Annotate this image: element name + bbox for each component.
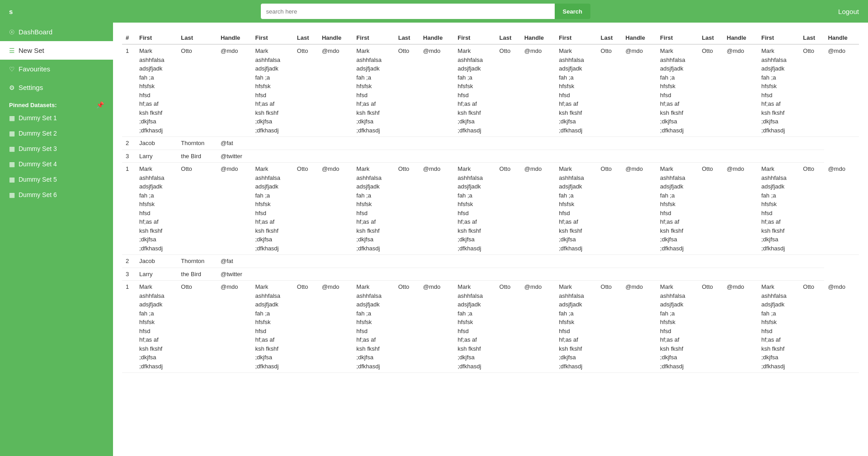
col-header-handle-1: Handle <box>217 32 251 44</box>
cell-first: Jacob <box>136 255 177 268</box>
sidebar-item-dashboard[interactable]: ☉ DashBoard <box>0 23 113 41</box>
cell-first-6: Mark ashhfalsa adsjfjadk fah ;a hfsfsk h… <box>758 44 799 137</box>
sidebar-item-dummyset2[interactable]: ▦ Dummy Set 2 <box>0 126 113 141</box>
search-button[interactable]: Search <box>555 4 590 19</box>
cell-last-3: Otto <box>496 281 521 373</box>
cell-handle-2: @mdo <box>420 163 454 255</box>
col-header-last-1: Last <box>177 32 217 44</box>
col-header-last-3: Last <box>395 32 420 44</box>
table-icon-4: ▦ <box>9 160 15 168</box>
col-header-first-6: First <box>656 32 698 44</box>
table-row: 2JacobThornton@fat <box>122 255 859 268</box>
sidebar-item-settings[interactable]: ⚙ Settings <box>0 78 113 97</box>
dummyset3-label: Dummy Set 3 <box>19 145 57 152</box>
cell-handle-6: @mdo <box>824 163 859 255</box>
cell-last-4: Otto <box>597 281 622 373</box>
cell-handle-4: @mdo <box>622 163 656 255</box>
cell-first-4: Mark ashhfalsa adsjfjadk fah ;a hfsfsk h… <box>555 44 597 137</box>
pinned-header: Pinned Datasets: 📌 <box>0 97 113 110</box>
sidebar-item-dummyset6[interactable]: ▦ Dummy Set 6 <box>0 187 113 202</box>
cell-first-2: Mark ashhfalsa adsjfjadk fah ;a hfsfsk h… <box>353 281 394 373</box>
cell-last-1: Otto <box>293 281 318 373</box>
cell-first-0: Mark ashhfalsa adsjfjadk fah ;a hfsfsk h… <box>136 163 177 255</box>
cell-handle-5: @mdo <box>723 163 758 255</box>
cell-first-1: Mark ashhfalsa adsjfjadk fah ;a hfsfsk h… <box>251 44 293 137</box>
cell-first-3: Mark ashhfalsa adsjfjadk fah ;a hfsfsk h… <box>454 44 495 137</box>
dummyset4-label: Dummy Set 4 <box>19 160 57 168</box>
newset-icon: ☰ <box>9 47 15 54</box>
cell-last-6: Otto <box>799 44 824 137</box>
cell-last-5: Otto <box>698 281 723 373</box>
cell-last-2: Otto <box>395 281 420 373</box>
sidebar-item-dummyset4[interactable]: ▦ Dummy Set 4 <box>0 156 113 172</box>
sidebar-item-dummyset3[interactable]: ▦ Dummy Set 3 <box>0 141 113 156</box>
content-area: # First Last Handle First Last Handle Fi… <box>113 23 868 456</box>
cell-last-5: Otto <box>698 44 723 137</box>
table-row: 1Mark ashhfalsa adsjfjadk fah ;a hfsfsk … <box>122 44 859 137</box>
heart-icon: ♡ <box>9 66 15 73</box>
cell-handle-6: @mdo <box>824 44 859 137</box>
cell-first-0: Mark ashhfalsa adsjfjadk fah ;a hfsfsk h… <box>136 44 177 137</box>
sidebar-item-newset[interactable]: ☰ New Set <box>0 41 113 60</box>
cell-last-0: Otto <box>177 281 217 373</box>
sidebar-item-favourites[interactable]: ♡ Favourites <box>0 60 113 78</box>
cell-handle: @twitter <box>217 268 824 281</box>
dummyset1-label: Dummy Set 1 <box>19 114 57 122</box>
cell-first-4: Mark ashhfalsa adsjfjadk fah ;a hfsfsk h… <box>555 281 597 373</box>
cell-last-4: Otto <box>597 163 622 255</box>
table-row: 1Mark ashhfalsa adsjfjadk fah ;a hfsfsk … <box>122 163 859 255</box>
col-header-handle-6: Handle <box>723 32 758 44</box>
cell-handle-0: @mdo <box>217 163 251 255</box>
cell-first-5: Mark ashhfalsa adsjfjadk fah ;a hfsfsk h… <box>656 163 698 255</box>
cell-last-2: Otto <box>395 44 420 137</box>
dummyset2-label: Dummy Set 2 <box>19 130 57 137</box>
cell-handle-5: @mdo <box>723 44 758 137</box>
col-header-handle-4: Handle <box>521 32 555 44</box>
data-table: # First Last Handle First Last Handle Fi… <box>122 32 859 373</box>
logout-button[interactable]: Logout <box>838 8 859 15</box>
favourites-label: Favourites <box>19 65 50 73</box>
cell-first-4: Mark ashhfalsa adsjfjadk fah ;a hfsfsk h… <box>555 163 597 255</box>
col-header-first-2: First <box>251 32 293 44</box>
cell-last-1: Otto <box>293 163 318 255</box>
col-header-handle-5: Handle <box>622 32 656 44</box>
col-header-num: # <box>122 32 136 44</box>
cell-handle-4: @mdo <box>622 281 656 373</box>
cell-last-5: Otto <box>698 163 723 255</box>
cell-first-2: Mark ashhfalsa adsjfjadk fah ;a hfsfsk h… <box>353 163 394 255</box>
table-icon-3: ▦ <box>9 145 15 152</box>
col-header-last-2: Last <box>293 32 318 44</box>
sidebar-item-dummyset1[interactable]: ▦ Dummy Set 1 <box>0 110 113 126</box>
cell-handle-2: @mdo <box>420 281 454 373</box>
cell-first-6: Mark ashhfalsa adsjfjadk fah ;a hfsfsk h… <box>758 163 799 255</box>
search-input[interactable] <box>261 4 555 19</box>
table-row: 1Mark ashhfalsa adsjfjadk fah ;a hfsfsk … <box>122 281 859 373</box>
cell-first-5: Mark ashhfalsa adsjfjadk fah ;a hfsfsk h… <box>656 281 698 373</box>
cell-last: Thornton <box>177 255 217 268</box>
cell-handle-5: @mdo <box>723 281 758 373</box>
col-header-handle-3: Handle <box>420 32 454 44</box>
cell-last-3: Otto <box>496 44 521 137</box>
pinned-label: Pinned Datasets: <box>9 102 57 108</box>
table-icon-6: ▦ <box>9 191 15 198</box>
col-header-last-5: Last <box>597 32 622 44</box>
col-header-first-1: First <box>136 32 177 44</box>
cell-last: the Bird <box>177 268 217 281</box>
col-header-handle-2: Handle <box>318 32 353 44</box>
cell-last-0: Otto <box>177 44 217 137</box>
cell-first-3: Mark ashhfalsa adsjfjadk fah ;a hfsfsk h… <box>454 281 495 373</box>
table-row: 2JacobThornton@fat <box>122 137 859 150</box>
cell-first-3: Mark ashhfalsa adsjfjadk fah ;a hfsfsk h… <box>454 163 495 255</box>
cell-first-5: Mark ashhfalsa adsjfjadk fah ;a hfsfsk h… <box>656 44 698 137</box>
cell-handle-3: @mdo <box>521 163 555 255</box>
col-header-handle-7: Handle <box>824 32 859 44</box>
col-header-last-4: Last <box>496 32 521 44</box>
gear-icon: ⚙ <box>9 84 15 91</box>
cell-last-4: Otto <box>597 44 622 137</box>
sidebar-item-dummyset5[interactable]: ▦ Dummy Set 5 <box>0 172 113 187</box>
table-row: 3Larrythe Bird@twitter <box>122 268 859 281</box>
cell-handle-0: @mdo <box>217 44 251 137</box>
dashboard-icon: ☉ <box>9 28 15 36</box>
cell-handle: @fat <box>217 137 824 150</box>
cell-handle-4: @mdo <box>622 44 656 137</box>
